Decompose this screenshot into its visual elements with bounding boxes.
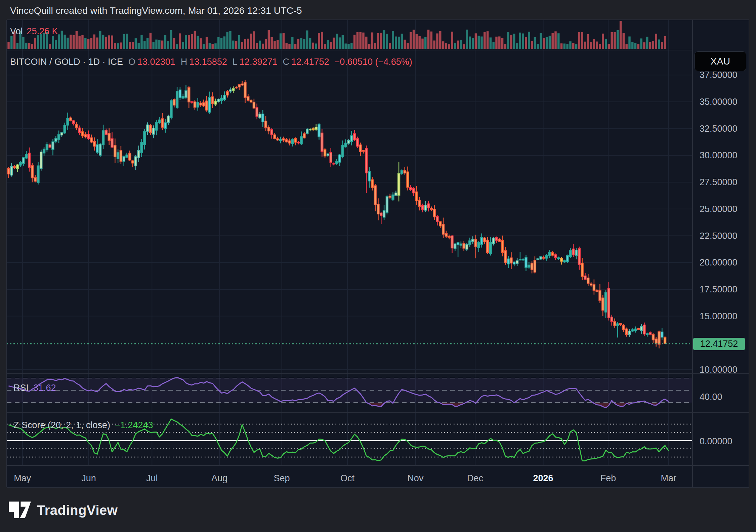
ohlc-close: C12.41752 — [283, 57, 329, 67]
change-value: −0.60510 (−4.65%) — [335, 57, 412, 67]
price-tick-label: 22.50000 — [700, 231, 738, 241]
month-label: Nov — [407, 473, 423, 484]
low-value: 12.39271 — [240, 57, 278, 67]
tradingview-chart-screenshot: VinceQuill created with TradingView.com,… — [0, 0, 756, 532]
open-label: O — [128, 57, 135, 67]
price-tick-label: 25.00000 — [700, 204, 738, 214]
volume-legend: Vol 25.26 K — [10, 26, 58, 37]
month-label: 2026 — [533, 473, 553, 484]
price-tick-label: 30.00000 — [700, 150, 738, 161]
month-label: Dec — [467, 473, 483, 484]
zscore-legend: Z Score (20, 2, 1, close) −1.24243 — [13, 420, 153, 431]
ohlc-low: L12.39271 — [233, 57, 278, 67]
rsi-legend: RSI 31.62 — [13, 383, 56, 393]
last-price-badge: 12.41752 — [693, 338, 745, 350]
price-tick-label: 32.50000 — [700, 124, 738, 134]
zscore-value: −1.24243 — [115, 420, 153, 431]
rsi-axis-tick: 40.00 — [700, 392, 722, 402]
attribution-text: VinceQuill created with TradingView.com,… — [10, 5, 302, 16]
zscore-axis-tick: 0.00000 — [700, 436, 732, 447]
month-label: Jul — [146, 473, 158, 484]
volume-label[interactable]: Vol — [10, 26, 23, 37]
ohlc-high: H13.15852 — [181, 57, 227, 67]
rsi-value: 31.62 — [33, 383, 56, 393]
price-tick-label: 15.00000 — [700, 311, 738, 322]
price-tick-label: 35.00000 — [700, 97, 738, 107]
symbol-title[interactable]: BITCOIN / GOLD · 1D · ICE — [10, 57, 123, 67]
symbol-legend: BITCOIN / GOLD · 1D · ICE O13.02301 H13.… — [10, 57, 412, 67]
zscore-label[interactable]: Z Score (20, 2, 1, close) — [13, 420, 110, 431]
tradingview-logo-icon — [9, 501, 31, 519]
ohlc-open: O13.02301 — [128, 57, 175, 67]
brand-name: TradingView — [37, 503, 118, 518]
price-tick-label: 10.00000 — [700, 365, 738, 375]
month-label: May — [14, 473, 31, 484]
month-label: Feb — [600, 473, 616, 484]
volume-value: 25.26 K — [27, 26, 58, 37]
high-value: 13.15852 — [189, 57, 227, 67]
month-label: Oct — [340, 473, 354, 484]
low-label: L — [233, 57, 238, 67]
month-label: Aug — [211, 473, 227, 484]
chart-canvas[interactable] — [0, 0, 756, 532]
price-tick-label: 17.50000 — [700, 284, 738, 295]
close-label: C — [283, 57, 289, 67]
price-tick-label: 37.50000 — [700, 70, 738, 80]
month-label: Mar — [661, 473, 676, 484]
price-tick-label: 27.50000 — [700, 177, 738, 188]
rsi-label[interactable]: RSI — [13, 383, 29, 393]
high-label: H — [181, 57, 187, 67]
open-value: 13.02301 — [137, 57, 175, 67]
month-label: Sep — [274, 473, 290, 484]
close-value: 12.41752 — [291, 57, 329, 67]
currency-badge[interactable]: XAU — [695, 51, 746, 71]
month-label: Jun — [81, 473, 96, 484]
price-tick-label: 20.00000 — [700, 257, 738, 268]
footer-logo[interactable]: TradingView — [9, 501, 118, 519]
